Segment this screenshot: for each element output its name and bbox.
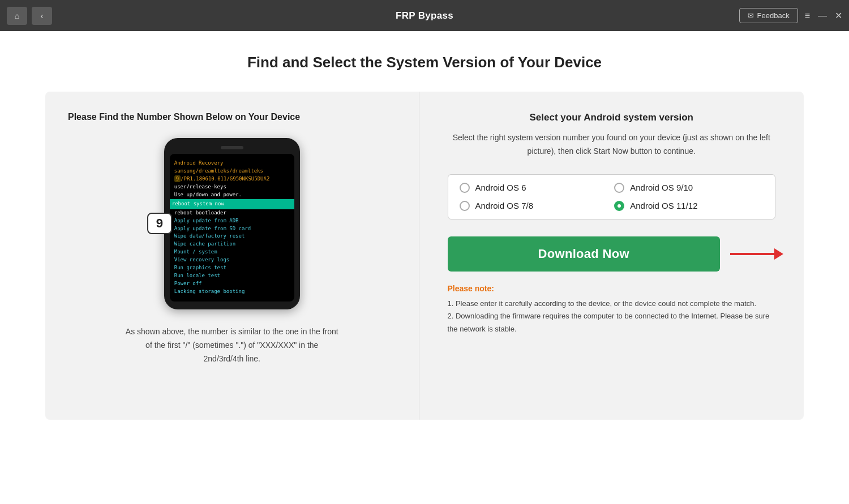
phone-wrapper: 9 Android Recovery samsung/dreamlteks/dr… (68, 138, 396, 309)
phone-with-badge: 9 Android Recovery samsung/dreamlteks/dr… (164, 138, 300, 309)
radio-os910[interactable] (614, 183, 624, 193)
screen-line-2: samsung/dreamlteks/dreamlteks (174, 168, 263, 174)
radio-os1112[interactable] (614, 201, 624, 211)
phone-speaker (221, 146, 243, 149)
menu-button[interactable]: ≡ (805, 11, 810, 20)
version-label-os78: Android OS 7/8 (475, 201, 534, 210)
phone-screen: Android Recovery samsung/dreamlteks/drea… (170, 154, 294, 301)
version-option-os910[interactable]: Android OS 9/10 (614, 183, 764, 193)
left-panel: Please Find the Number Shown Below on Yo… (45, 92, 419, 420)
arrow-icon (730, 253, 775, 255)
screen-line-7: reboot bootloader (174, 210, 226, 216)
screen-line-17: Lacking storage booting (174, 288, 245, 294)
window-controls: ≡ — ✕ (805, 11, 842, 20)
two-panel-container: Please Find the Number Shown Below on Yo… (45, 92, 804, 420)
screen-line-5: Use up/down and power. (174, 192, 242, 197)
radio-os78[interactable] (460, 201, 470, 211)
right-panel-description: Select the right system version number y… (448, 131, 776, 158)
home-button[interactable]: ⌂ (7, 7, 27, 25)
screen-line-8: Apply update from ADB (174, 218, 239, 223)
screen-line-13: View recovery logs (174, 257, 230, 262)
feedback-label: Feedback (757, 11, 790, 20)
note-line-2: 2. Downloading the firmware requires the… (448, 312, 770, 333)
download-btn-row: Download Now (448, 236, 776, 272)
screen-line-6: reboot system now (170, 199, 294, 209)
note-text: 1. Please enter it carefully according t… (448, 298, 776, 336)
content-area: Find and Select the System Version of Yo… (0, 31, 849, 504)
screen-line-3: 9/PR1.180610.011/G950NKSU5DUA2 (174, 175, 270, 182)
right-panel: Select your Android system version Selec… (419, 92, 804, 420)
version-label-os910: Android OS 9/10 (630, 183, 693, 192)
left-description: As shown above, the number is similar to… (68, 325, 396, 365)
version-option-os6[interactable]: Android OS 6 (460, 183, 609, 193)
screen-line-1: Android Recovery (174, 160, 224, 166)
titlebar-left-controls: ⌂ ‹ (7, 7, 52, 25)
screen-line-4: user/release-keys (174, 184, 226, 189)
page-title: Find and Select the System Version of Yo… (45, 54, 804, 71)
phone-mockup: Android Recovery samsung/dreamlteks/drea… (164, 138, 300, 309)
titlebar: ⌂ ‹ FRP Bypass ✉ Feedback ≡ — ✕ (0, 0, 849, 31)
version-option-os78[interactable]: Android OS 7/8 (460, 201, 609, 211)
feedback-button[interactable]: ✉ Feedback (739, 8, 798, 23)
arrow-shaft (730, 253, 775, 255)
note-line-1: 1. Please enter it carefully according t… (448, 299, 757, 308)
minimize-button[interactable]: — (818, 11, 827, 20)
app-title: FRP Bypass (396, 10, 453, 21)
screen-line-12: Mount / system (174, 249, 217, 255)
note-title: Please note: (448, 284, 776, 293)
download-now-button[interactable]: Download Now (448, 236, 721, 272)
version-selector-grid: Android OS 6 Android OS 9/10 Android OS … (448, 174, 776, 219)
back-button[interactable]: ‹ (32, 7, 52, 25)
version-label-os6: Android OS 6 (475, 183, 526, 192)
version-option-os1112[interactable]: Android OS 11/12 (614, 201, 764, 211)
screen-line-16: Power off (174, 281, 202, 286)
screen-line-11: Wipe cache partition (174, 241, 235, 247)
right-panel-title: Select your Android system version (448, 112, 776, 123)
titlebar-right-controls: ✉ Feedback ≡ — ✕ (739, 8, 842, 23)
screen-line-10: Wipe data/factory reset (174, 233, 245, 239)
left-panel-title: Please Find the Number Shown Below on Yo… (68, 112, 396, 122)
version-label-os1112: Android OS 11/12 (630, 201, 697, 210)
screen-line-14: Run graphics test (174, 265, 226, 270)
close-button[interactable]: ✕ (835, 11, 842, 20)
screen-line-15: Run locale test (174, 273, 220, 278)
radio-os6[interactable] (460, 183, 470, 193)
number-badge: 9 (147, 213, 172, 234)
envelope-icon: ✉ (748, 11, 754, 20)
screen-line-9: Apply update from SD card (174, 226, 251, 231)
